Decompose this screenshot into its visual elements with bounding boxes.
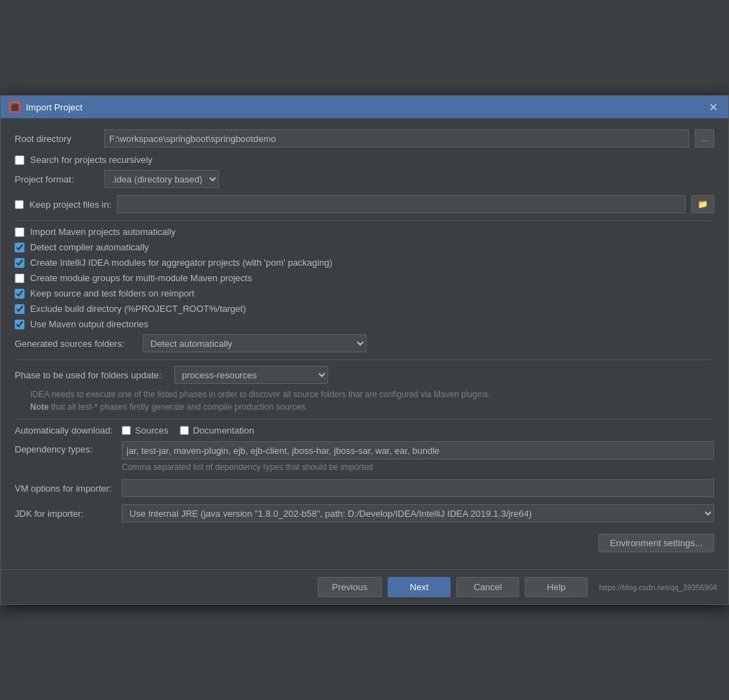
- generated-sources-label: Generated sources folders:: [15, 338, 137, 349]
- dialog-title: Import Project: [26, 102, 83, 113]
- sources-option: Sources: [122, 425, 169, 436]
- note-suffix: that all test-* phases firstly generate …: [49, 402, 308, 412]
- exclude-build-label[interactable]: Exclude build directory (%PROJECT_ROOT%/…: [30, 303, 246, 314]
- keep-project-files-checkbox[interactable]: [15, 200, 24, 209]
- sources-label[interactable]: Sources: [135, 425, 169, 436]
- jdk-importer-select[interactable]: Use Internal JRE (java version "1.8.0_20…: [122, 504, 714, 522]
- phase-select[interactable]: process-resources: [174, 366, 328, 384]
- generated-sources-row: Generated sources folders: Detect automa…: [15, 334, 714, 352]
- create-intellij-modules-label[interactable]: Create IntelliJ IDEA modules for aggrega…: [30, 257, 332, 268]
- project-format-label: Project format:: [15, 174, 99, 185]
- title-bar: ⬛ Import Project ✕: [1, 96, 728, 118]
- app-icon: ⬛: [9, 101, 20, 113]
- sources-checkbox[interactable]: [122, 426, 131, 435]
- keep-project-files-browse[interactable]: 📁: [691, 195, 714, 213]
- dialog-footer: Previous Next Cancel Help https://blog.c…: [1, 569, 728, 604]
- import-project-dialog: ⬛ Import Project ✕ Root directory ... Se…: [0, 95, 729, 605]
- project-format-select[interactable]: .idea (directory based): [104, 170, 219, 188]
- keep-source-test-row: Keep source and test folders on reimport: [15, 288, 714, 299]
- create-module-groups-checkbox[interactable]: [15, 273, 24, 283]
- documentation-option: Documentation: [180, 425, 254, 436]
- note-bold: Note: [30, 402, 49, 412]
- keep-project-files-row: Keep project files in: 📁: [15, 195, 714, 213]
- keep-source-test-checkbox[interactable]: [15, 289, 24, 299]
- generated-sources-select[interactable]: Detect automatically: [143, 334, 367, 352]
- import-maven-row: Import Maven projects automatically: [15, 227, 714, 237]
- phase-hint: IDEA needs to execute one of the listed …: [30, 388, 714, 413]
- create-intellij-modules-row: Create IntelliJ IDEA modules for aggrega…: [15, 257, 714, 268]
- phase-label: Phase to be used for folders update:: [15, 370, 169, 380]
- previous-button[interactable]: Previous: [318, 577, 383, 597]
- keep-source-test-label[interactable]: Keep source and test folders on reimport: [30, 288, 194, 299]
- phase-hint-main: IDEA needs to execute one of the listed …: [30, 390, 490, 399]
- documentation-checkbox[interactable]: [180, 426, 189, 435]
- env-settings-row: Environment settings...: [15, 534, 714, 552]
- folder-icon: 📁: [698, 199, 708, 209]
- keep-project-files-input[interactable]: [117, 195, 686, 213]
- close-button[interactable]: ✕: [706, 100, 720, 114]
- title-bar-left: ⬛ Import Project: [9, 101, 83, 113]
- auto-download-row: Automatically download: Sources Document…: [15, 425, 714, 436]
- divider-2: [15, 359, 714, 360]
- detect-compiler-label[interactable]: Detect compiler automatically: [30, 242, 149, 252]
- next-button[interactable]: Next: [388, 577, 451, 597]
- import-maven-checkbox[interactable]: [15, 227, 24, 237]
- create-intellij-modules-checkbox[interactable]: [15, 258, 24, 268]
- search-recursively-row: Search for projects recursively: [15, 155, 714, 165]
- documentation-label[interactable]: Documentation: [193, 425, 254, 436]
- search-recursively-label[interactable]: Search for projects recursively: [30, 155, 153, 165]
- root-directory-row: Root directory ...: [15, 129, 714, 148]
- jdk-importer-label: JDK for importer:: [15, 508, 116, 519]
- root-directory-label: Root directory: [15, 134, 99, 144]
- phase-row: Phase to be used for folders update: pro…: [15, 366, 714, 384]
- root-directory-input[interactable]: [104, 129, 689, 148]
- jdk-importer-row: JDK for importer: Use Internal JRE (java…: [15, 504, 714, 522]
- divider-1: [15, 220, 714, 221]
- exclude-build-row: Exclude build directory (%PROJECT_ROOT%/…: [15, 303, 714, 314]
- detect-compiler-row: Detect compiler automatically: [15, 242, 714, 252]
- vm-options-label: VM options for importer:: [15, 483, 116, 494]
- cancel-button[interactable]: Cancel: [456, 577, 519, 597]
- search-recursively-checkbox[interactable]: [15, 155, 24, 165]
- create-module-groups-row: Create module groups for multi-module Ma…: [15, 273, 714, 283]
- dependency-types-row: Dependency types:: [15, 441, 714, 459]
- auto-download-options: Sources Documentation: [122, 425, 254, 436]
- watermark: https://blog.csdn.net/qq_39356904: [599, 583, 717, 592]
- dialog-content: Root directory ... Search for projects r…: [1, 118, 728, 569]
- create-module-groups-label[interactable]: Create module groups for multi-module Ma…: [30, 273, 252, 283]
- use-maven-output-row: Use Maven output directories: [15, 319, 714, 329]
- vm-options-row: VM options for importer:: [15, 479, 714, 497]
- use-maven-output-checkbox[interactable]: [15, 320, 24, 329]
- keep-project-files-label[interactable]: Keep project files in:: [29, 199, 111, 210]
- auto-download-label: Automatically download:: [15, 425, 116, 436]
- dependency-types-hint: Comma separated list of dependency types…: [122, 462, 714, 472]
- dependency-types-input[interactable]: [122, 441, 714, 459]
- root-directory-browse-button[interactable]: ...: [695, 129, 714, 148]
- exclude-build-checkbox[interactable]: [15, 304, 24, 314]
- project-format-row: Project format: .idea (directory based): [15, 170, 714, 188]
- vm-options-input[interactable]: [122, 479, 714, 497]
- detect-compiler-checkbox[interactable]: [15, 243, 24, 252]
- env-settings-button[interactable]: Environment settings...: [598, 534, 714, 552]
- use-maven-output-label[interactable]: Use Maven output directories: [30, 319, 148, 329]
- divider-3: [15, 419, 714, 420]
- import-maven-label[interactable]: Import Maven projects automatically: [30, 227, 176, 237]
- dependency-types-label: Dependency types:: [15, 441, 116, 455]
- help-button[interactable]: Help: [525, 577, 588, 597]
